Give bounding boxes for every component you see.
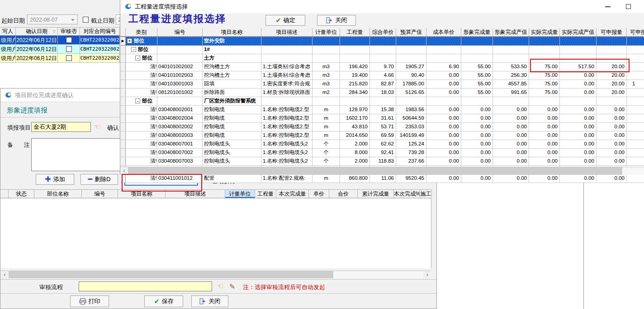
table-row[interactable]: 级用户2022年06月12日CBHT220322002 (0, 54, 120, 63)
column-header[interactable]: 形象完成产值 (493, 28, 529, 36)
table-row[interactable]: -部位1# (120, 46, 644, 54)
table-row[interactable]: ▶+部位室外安防 (120, 37, 644, 46)
collapse-icon[interactable]: - (131, 47, 136, 52)
column-header[interactable]: 编号 (82, 190, 118, 198)
column-header[interactable]: 工程量 (255, 190, 276, 198)
table-row[interactable]: 清!030408002004控制电缆1.名称:控制电缆2.型m1602.1703… (120, 114, 644, 123)
table-row[interactable]: 清!081201001002拆除路面1.材质:拆除现状路面m2284.34018… (120, 89, 644, 97)
main-dialog-titlebar[interactable]: 工程量进度填报选择 (120, 0, 644, 13)
cell-code (157, 37, 203, 45)
cell-name: 挖沟槽土方 (203, 63, 261, 71)
expand-icon[interactable]: + (127, 38, 132, 43)
column-header[interactable]: 本次完成量 (276, 190, 309, 198)
column-header[interactable]: 部位名称 (34, 190, 82, 198)
cell-value: 55.00 (461, 71, 493, 80)
quantity-progress-dialog: 工程量进度填报选择 工程量进度填报选择 ✔ 确定 关闭 类别编号项目名称项目描述… (120, 0, 644, 175)
cell-value (396, 37, 426, 45)
table-row[interactable]: 清!030408002001控制电缆1.名称:控制电缆2.型m128.97015… (120, 106, 644, 114)
start-date-combobox[interactable]: 2022-08-07 (27, 14, 78, 24)
row-indicator (120, 97, 126, 105)
column-header[interactable]: 形象完成量 (461, 28, 493, 36)
close-button[interactable]: 关闭 (191, 295, 228, 307)
column-header[interactable]: 可申报产值 (627, 28, 644, 36)
confirm-grid-body[interactable] (0, 198, 431, 268)
minimize-button[interactable] (599, 0, 617, 13)
cell-value (461, 54, 493, 62)
table-row[interactable]: 清!030408007002控制电缆头1.名称:控制电缆头2个8.00092.4… (120, 149, 644, 157)
sort-icon[interactable]: ▽ (53, 28, 56, 35)
cell-user: 级用户 (0, 45, 16, 53)
cell-value (461, 46, 493, 54)
review-flow-input[interactable] (79, 281, 212, 291)
cell-category: 清! (126, 149, 157, 157)
end-date-checkbox[interactable] (83, 17, 89, 23)
column-header[interactable]: 审核否 (58, 28, 80, 35)
review-checkbox[interactable] (66, 37, 72, 43)
cell-name: 配管 (203, 174, 261, 183)
table-row[interactable]: 清!030408002002控制电缆1.名称:控制电缆2.型m43.81053.… (120, 123, 644, 131)
table-row[interactable]: 清!030408007003控制电缆头1.名称:控制电缆头2个2.000118.… (120, 157, 644, 166)
column-header[interactable]: 项目描述 (261, 28, 313, 36)
column-header[interactable]: 类别 (126, 28, 157, 36)
ok-button[interactable]: ✔ 确定 (265, 15, 305, 26)
save-button[interactable]: ✔ 保存 (144, 295, 183, 307)
column-header[interactable]: 可申报量 (597, 28, 627, 36)
cell-value: 20.00 (597, 89, 627, 97)
table-row[interactable]: 级用户2022年06月12日CBHT220322002 (0, 36, 120, 45)
table-row[interactable]: 清!040103001003回填1.密实度要求:符合规m3215.82082.8… (120, 80, 644, 89)
review-checkbox[interactable] (66, 46, 72, 52)
review-checkbox[interactable] (66, 55, 72, 61)
column-header[interactable]: 计量单位 (313, 28, 340, 36)
pencil-icon[interactable]: ✎ (229, 282, 235, 291)
collapse-icon[interactable]: - (135, 98, 140, 103)
close-button[interactable]: 关闭 (317, 15, 356, 26)
column-header[interactable]: 实际完成量 (529, 28, 560, 36)
column-header[interactable]: 项目名称 (203, 28, 261, 36)
column-header[interactable]: 写人 (0, 28, 16, 35)
column-header[interactable]: 累计完成量 (358, 190, 394, 198)
confirm-grid-hscrollbar[interactable]: ‹ › (1, 271, 431, 278)
scroll-left-icon[interactable]: ‹ (1, 271, 9, 278)
cell-value: 0.00 (560, 89, 597, 97)
table-row[interactable]: -部位厂区室外消防报警系统 (120, 97, 644, 106)
select-hand-icon[interactable]: ☜ (94, 123, 100, 131)
cell-desc: 1.土壤类别:综合考虑 (261, 71, 313, 80)
column-header[interactable]: 综合单价 (370, 28, 396, 36)
collapse-icon[interactable]: - (135, 56, 140, 61)
column-header[interactable]: 状态 (9, 190, 34, 198)
table-row[interactable]: 清!030408007001控制电缆头1.名称:控制电缆头2个2.00062.6… (120, 140, 644, 149)
table-row[interactable]: 级用户2022年06月12日CBHT220322002 (0, 45, 120, 54)
print-button[interactable]: 打印 (70, 295, 109, 307)
select-hand-icon[interactable]: ☜ (217, 282, 223, 290)
exit-door-icon (199, 298, 206, 304)
column-header[interactable]: 计量单位 (225, 190, 255, 198)
cell-review (58, 54, 80, 62)
column-header[interactable]: 本次完成% (394, 190, 420, 198)
column-header[interactable]: 施工 (420, 190, 432, 198)
cell-value: 0.00 (426, 71, 461, 80)
cell-unit (313, 46, 340, 54)
table-row[interactable]: 清!030408002003控制电缆1.名称:控制电缆2.型m2014.6506… (120, 131, 644, 140)
cell-category: 清! (126, 106, 157, 114)
column-header[interactable]: 工程量 (340, 28, 370, 36)
column-header[interactable]: 合价 (329, 190, 358, 198)
cell-value (597, 97, 627, 105)
scroll-right-icon[interactable]: › (423, 271, 431, 278)
column-header[interactable]: 预算产值 (396, 28, 426, 36)
column-header[interactable]: 编号 (157, 28, 203, 36)
cell-value: 0.00 (560, 114, 597, 122)
row-indicator (120, 46, 126, 54)
column-header[interactable]: 确认日期▽ (16, 28, 58, 35)
delete-button[interactable]: ━ 删除D (80, 174, 118, 185)
column-header[interactable]: 单价 (309, 190, 329, 198)
maximize-button[interactable] (619, 0, 637, 13)
cell-value (627, 149, 644, 157)
project-input[interactable]: 金石大厦2期 (31, 122, 91, 132)
column-header[interactable]: 对应合同编号 (80, 28, 120, 35)
column-header[interactable]: 实际完成产值 (560, 28, 597, 36)
table-row[interactable]: 清!040101002003挖沟槽土方1.土壤类别:综合考虑m319.4004.… (120, 71, 644, 80)
cell-value: 0.00 (493, 114, 529, 122)
add-button[interactable]: ✚ 添加 (36, 174, 74, 185)
cell-value: 196.420 (340, 63, 370, 71)
column-header[interactable]: 成本单价 (426, 28, 461, 36)
